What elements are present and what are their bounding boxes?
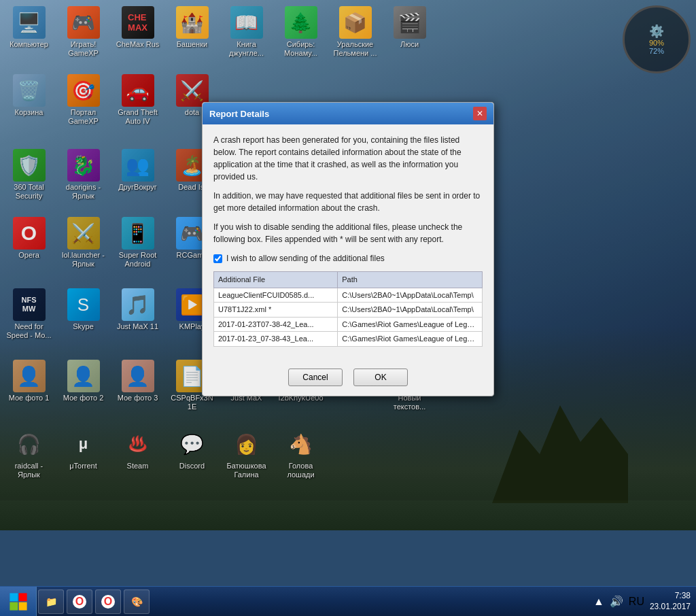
- taskbar-item-opera1[interactable]: O: [67, 589, 92, 614]
- taskbar-item-opera2[interactable]: O: [95, 589, 121, 614]
- modal-paragraph2: In addition, we may have requested that …: [213, 190, 483, 214]
- clock-time: 7:38: [650, 591, 691, 602]
- allow-additional-files-checkbox[interactable]: [213, 254, 222, 263]
- modal-paragraph3: If you wish to disable sending the addit…: [213, 221, 483, 245]
- table-cell-path: C:\Users\2BA0~1\AppData\Local\Temp\: [338, 303, 483, 318]
- modal-body: A crash report has been generated for yo…: [203, 124, 493, 362]
- cancel-button[interactable]: Cancel: [288, 369, 343, 386]
- svg-rect-3: [18, 602, 27, 610]
- table-cell-path: C:\Games\Riot Games\League of Legen...: [338, 317, 483, 332]
- svg-rect-0: [10, 593, 18, 601]
- tray-sound-icon[interactable]: 🔊: [610, 595, 623, 608]
- modal-titlebar: Report Details ✕: [203, 103, 493, 124]
- opera-taskbar-icon: O: [73, 595, 86, 609]
- opera2-taskbar-icon: O: [101, 595, 115, 609]
- table-row: LeagueClientFCUID0585.d...C:\Users\2BA0~…: [214, 288, 483, 303]
- svg-rect-2: [10, 602, 18, 610]
- language-indicator[interactable]: RU: [629, 596, 644, 608]
- modal-buttons: Cancel OK: [203, 362, 493, 396]
- modal-title: Report Details: [209, 109, 269, 119]
- app-taskbar-icon: 🎨: [130, 595, 143, 609]
- modal-checkbox-row: I wish to allow sending of the additiona…: [213, 252, 483, 264]
- modal-table-body: LeagueClientFCUID0585.d...C:\Users\2BA0~…: [214, 288, 483, 346]
- taskbar-item-app[interactable]: 🎨: [124, 589, 150, 614]
- table-cell-path: C:\Users\2BA0~1\AppData\Local\Temp\: [338, 288, 483, 303]
- report-details-dialog: Report Details ✕ A crash report has been…: [202, 102, 494, 396]
- modal-files-table: Additional File Path LeagueClientFCUID05…: [213, 271, 483, 347]
- svg-rect-1: [18, 593, 27, 601]
- modal-paragraph1: A crash report has been generated for yo…: [213, 134, 483, 183]
- start-button[interactable]: [0, 587, 37, 617]
- taskbar-item-explorer[interactable]: 📁: [38, 589, 64, 614]
- windows-logo-icon: [9, 592, 28, 611]
- taskbar-clock[interactable]: 7:38 23.01.2017: [650, 591, 691, 612]
- table-cell-file: U78T1J22.xml *: [214, 303, 338, 318]
- table-header-path: Path: [338, 272, 483, 288]
- table-cell-file: 2017-01-23_07-38-43_Lea...: [214, 332, 338, 347]
- table-cell-path: C:\Games\Riot Games\League of Legends\: [338, 332, 483, 347]
- modal-close-button[interactable]: ✕: [473, 107, 487, 120]
- explorer-icon: 📁: [44, 595, 58, 609]
- modal-overlay: Report Details ✕ A crash report has been…: [0, 0, 696, 500]
- ok-button[interactable]: OK: [353, 369, 408, 386]
- table-row: 2017-01-23T07-38-42_Lea...C:\Games\Riot …: [214, 317, 483, 332]
- taskbar: 📁 O O 🎨 ▲ 🔊 RU 7:38 23.01.2017: [0, 586, 696, 616]
- checkbox-label[interactable]: I wish to allow sending of the additiona…: [226, 252, 385, 264]
- desktop: ⚙️ 90% 72% 🖥️ Компьютер 🎮 Играть! GameXP…: [0, 0, 696, 530]
- table-cell-file: 2017-01-23T07-38-42_Lea...: [214, 317, 338, 332]
- table-header-file: Additional File: [214, 272, 338, 288]
- taskbar-right: ▲ 🔊 RU 7:38 23.01.2017: [593, 591, 696, 612]
- table-cell-file: LeagueClientFCUID0585.d...: [214, 288, 338, 303]
- table-row: U78T1J22.xml *C:\Users\2BA0~1\AppData\Lo…: [214, 303, 483, 318]
- table-row: 2017-01-23_07-38-43_Lea...C:\Games\Riot …: [214, 332, 483, 347]
- clock-date: 23.01.2017: [650, 602, 691, 613]
- tray-arrow-icon[interactable]: ▲: [593, 596, 604, 608]
